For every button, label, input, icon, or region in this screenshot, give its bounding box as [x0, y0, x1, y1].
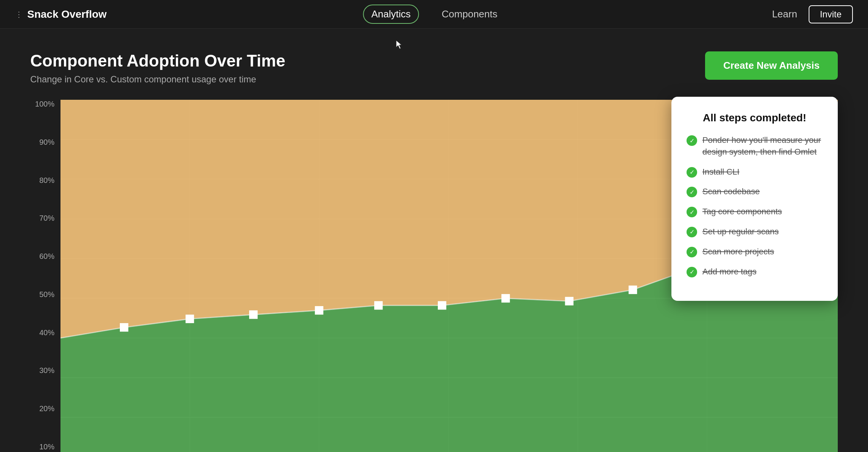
y-label-90: 90% — [30, 138, 60, 147]
y-axis: 100% 90% 80% 70% 60% 50% 40% 30% 20% 10%… — [30, 100, 60, 452]
step-5-text: Set up regular scans — [702, 226, 779, 238]
dp-2 — [186, 314, 194, 323]
step-3-check: ✓ — [687, 187, 697, 197]
step-5-check: ✓ — [687, 227, 697, 237]
step-3: ✓ Scan codebase — [687, 186, 823, 198]
step-2-text: Install CLI — [702, 166, 739, 178]
dp-9 — [629, 286, 637, 294]
nav-components[interactable]: Components — [434, 5, 505, 23]
main-content: Component Adoption Over Time Change in C… — [0, 29, 868, 452]
create-analysis-button[interactable]: Create New Analysis — [705, 51, 838, 80]
step-7: ✓ Add more tags — [687, 266, 823, 278]
nav-analytics[interactable]: Analytics — [363, 5, 419, 24]
step-6: ✓ Scan more projects — [687, 246, 823, 258]
invite-button[interactable]: Invite — [809, 5, 853, 23]
y-label-20: 20% — [30, 404, 60, 413]
step-7-check: ✓ — [687, 267, 697, 277]
step-1-text: Ponder how you'll measure your design sy… — [702, 135, 823, 158]
y-label-100: 100% — [30, 100, 60, 108]
step-2: ✓ Install CLI — [687, 166, 823, 178]
dp-6 — [438, 301, 446, 310]
completion-panel: All steps completed! ✓ Ponder how you'll… — [671, 97, 838, 301]
step-4: ✓ Tag core components — [687, 206, 823, 218]
step-6-check: ✓ — [687, 247, 697, 257]
step-4-check: ✓ — [687, 207, 697, 217]
step-3-text: Scan codebase — [702, 186, 760, 198]
y-label-30: 30% — [30, 366, 60, 375]
y-label-40: 40% — [30, 328, 60, 337]
y-label-70: 70% — [30, 214, 60, 223]
dp-3 — [249, 310, 257, 319]
step-5: ✓ Set up regular scans — [687, 226, 823, 238]
navbar: ⋮ Snack Overflow Analytics Components Le… — [0, 0, 868, 29]
step-7-text: Add more tags — [702, 266, 756, 278]
y-label-50: 50% — [30, 290, 60, 299]
dp-5 — [374, 301, 383, 310]
dp-8 — [565, 297, 574, 306]
step-4-text: Tag core components — [702, 206, 782, 218]
y-label-80: 80% — [30, 176, 60, 185]
y-label-10: 10% — [30, 443, 60, 451]
nav-learn[interactable]: Learn — [772, 8, 797, 20]
dp-7 — [501, 294, 510, 303]
y-label-60: 60% — [30, 252, 60, 261]
step-6-text: Scan more projects — [702, 246, 774, 258]
nav-left: ⋮ Snack Overflow — [15, 8, 107, 20]
brand-name: Snack Overflow — [27, 8, 107, 20]
step-1: ✓ Ponder how you'll measure your design … — [687, 135, 823, 158]
cursor — [396, 40, 404, 48]
step-2-check: ✓ — [687, 167, 697, 178]
step-1-check: ✓ — [687, 135, 697, 146]
nav-menu-icon[interactable]: ⋮ — [15, 10, 23, 19]
nav-center: Analytics Components — [363, 5, 505, 24]
nav-right: Learn Invite — [772, 5, 853, 23]
completion-title: All steps completed! — [687, 112, 823, 124]
dp-1 — [120, 323, 128, 332]
dp-4 — [315, 306, 323, 315]
